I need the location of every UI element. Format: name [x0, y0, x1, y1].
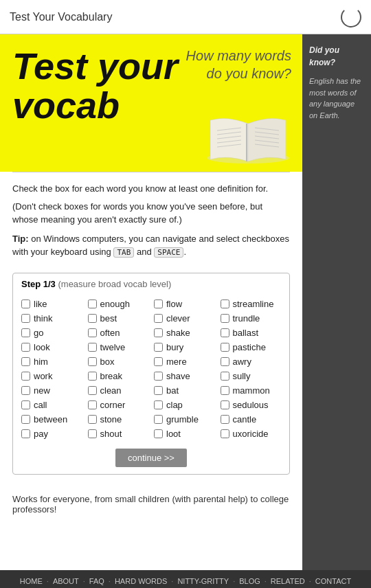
- word-checkbox[interactable]: [21, 400, 30, 409]
- word-checkbox[interactable]: [221, 299, 229, 308]
- word-checkbox[interactable]: [21, 357, 30, 366]
- word-checkbox[interactable]: [88, 386, 97, 395]
- word-checkbox[interactable]: [88, 429, 97, 438]
- word-checkbox[interactable]: [21, 328, 30, 337]
- word-item: bat: [151, 384, 218, 397]
- loading-icon: [341, 7, 361, 27]
- word-checkbox[interactable]: [154, 343, 163, 352]
- word-checkbox[interactable]: [221, 372, 229, 381]
- step-header: Step 1/3 (measure broad vocab level): [13, 273, 289, 295]
- word-checkbox[interactable]: [88, 357, 97, 366]
- step-box: Step 1/3 (measure broad vocab level) lik…: [12, 273, 290, 475]
- footer-sep: ·: [47, 577, 49, 585]
- word-checkbox[interactable]: [21, 299, 30, 308]
- word-checkbox[interactable]: [154, 314, 163, 323]
- word-label: pastiche: [233, 342, 266, 352]
- footer-link-contact[interactable]: CONTACT: [315, 577, 351, 585]
- footer-link-blog[interactable]: BLOG: [239, 577, 260, 585]
- word-label: look: [34, 342, 50, 352]
- word-label: trundle: [233, 313, 260, 324]
- word-item: twelve: [85, 341, 152, 354]
- word-label: often: [100, 328, 120, 338]
- word-checkbox[interactable]: [21, 386, 30, 395]
- hero-subtitle: How many words do you know?: [186, 47, 291, 82]
- word-item: call: [19, 398, 85, 411]
- word-checkbox[interactable]: [221, 328, 229, 337]
- hero-section: Test your vocab How many words do you kn…: [0, 34, 302, 172]
- word-item: enough: [85, 297, 152, 310]
- hero-subtitle-line1: How many words: [186, 48, 291, 63]
- footer-link-about[interactable]: ABOUT: [53, 577, 79, 585]
- footer-link-home[interactable]: HOME: [20, 577, 43, 585]
- word-checkbox[interactable]: [221, 357, 229, 366]
- word-checkbox[interactable]: [21, 343, 30, 352]
- footer-link-related[interactable]: RELATED: [271, 577, 305, 585]
- word-checkbox[interactable]: [221, 314, 229, 323]
- word-checkbox[interactable]: [154, 328, 163, 337]
- word-checkbox[interactable]: [221, 400, 229, 409]
- footer-link-nittygritty[interactable]: NITTY-GRITTY: [177, 577, 229, 585]
- main-layout: Test your vocab How many words do you kn…: [0, 34, 371, 570]
- word-item: him: [19, 355, 85, 368]
- book-illustration: [203, 110, 293, 172]
- word-checkbox[interactable]: [21, 314, 30, 323]
- word-label: shave: [166, 371, 190, 381]
- word-item: sedulous: [218, 398, 284, 411]
- word-checkbox[interactable]: [88, 415, 97, 424]
- word-item: new: [19, 384, 85, 397]
- word-checkbox[interactable]: [88, 343, 97, 352]
- word-label: stone: [100, 414, 122, 425]
- word-item: go: [19, 326, 85, 339]
- word-checkbox[interactable]: [221, 386, 229, 395]
- word-checkbox[interactable]: [154, 415, 163, 424]
- word-label: between: [34, 414, 67, 425]
- word-checkbox[interactable]: [88, 314, 97, 323]
- word-checkbox[interactable]: [154, 357, 163, 366]
- word-checkbox[interactable]: [221, 429, 229, 438]
- instructions-section: Check the box for each word you know at …: [0, 172, 302, 263]
- word-label: cantle: [233, 414, 257, 425]
- word-label: pay: [34, 429, 48, 439]
- tip-and: and: [137, 247, 152, 257]
- word-item: shake: [151, 326, 218, 339]
- word-checkbox[interactable]: [88, 328, 97, 337]
- footer-sep: ·: [265, 577, 267, 585]
- space-key: SPACE: [154, 247, 183, 258]
- word-checkbox[interactable]: [154, 372, 163, 381]
- instruction-tip: Tip: on Windows computers, you can navig…: [12, 232, 290, 259]
- footer-sep: ·: [83, 577, 85, 585]
- continue-button[interactable]: continue >>: [115, 449, 187, 467]
- word-label: new: [34, 385, 50, 396]
- step-description: (measure broad vocab level): [58, 279, 171, 289]
- word-label: clever: [166, 313, 190, 324]
- word-item: clap: [151, 398, 218, 411]
- word-checkbox[interactable]: [221, 415, 229, 424]
- word-checkbox[interactable]: [88, 372, 97, 381]
- word-item: look: [19, 341, 85, 354]
- footer-link-hardwords[interactable]: HARD WORDS: [115, 577, 167, 585]
- footer-link-faq[interactable]: FAQ: [89, 577, 104, 585]
- word-checkbox[interactable]: [21, 429, 30, 438]
- footer: HOME · ABOUT · FAQ · HARD WORDS · NITTY-…: [0, 570, 371, 588]
- sidebar-fact: English has the most words of any langua…: [309, 76, 364, 121]
- word-checkbox[interactable]: [154, 429, 163, 438]
- hero-subtitle-line2: do you know?: [207, 66, 291, 81]
- word-checkbox[interactable]: [21, 415, 30, 424]
- word-item: pastiche: [218, 341, 284, 354]
- word-checkbox[interactable]: [88, 400, 97, 409]
- word-checkbox[interactable]: [154, 299, 163, 308]
- page-title: Test Your Vocabulary: [10, 11, 112, 23]
- word-checkbox[interactable]: [88, 299, 97, 308]
- word-checkbox[interactable]: [154, 400, 163, 409]
- tip-end: .: [183, 247, 186, 257]
- word-checkbox[interactable]: [221, 343, 229, 352]
- word-label: think: [34, 313, 52, 324]
- word-item: bury: [151, 341, 218, 354]
- word-grid: like think go look him work new call bet…: [13, 295, 289, 443]
- word-item: shave: [151, 370, 218, 383]
- word-checkbox[interactable]: [21, 372, 30, 381]
- word-checkbox[interactable]: [154, 386, 163, 395]
- word-item: clever: [151, 312, 218, 325]
- word-item: streamline: [218, 297, 284, 310]
- word-label: bury: [166, 342, 183, 352]
